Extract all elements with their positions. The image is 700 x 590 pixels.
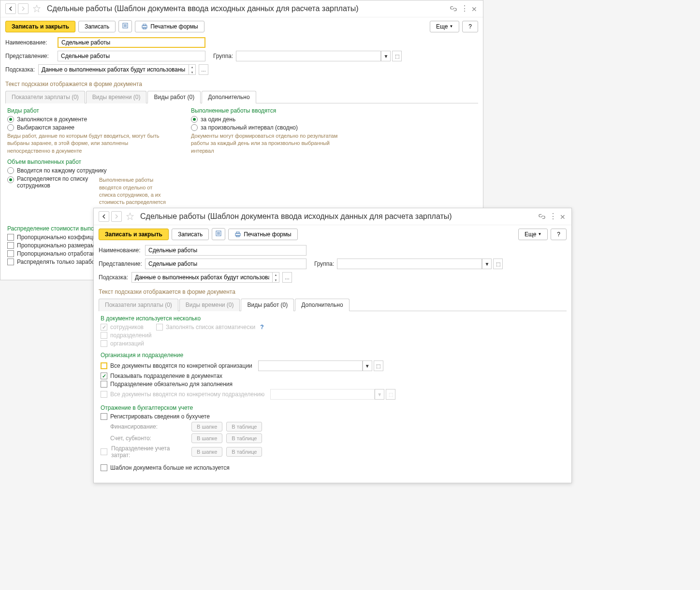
radio-fill-in-doc[interactable] [7,116,14,123]
tab-worktypes[interactable]: Виды работ (0) [147,91,201,103]
check-dept-required[interactable] [101,381,107,388]
btn-deptcost-header[interactable]: В шапке [191,447,222,457]
list-button[interactable] [118,20,132,32]
nav-forward-button-2[interactable] [111,211,122,222]
help-button[interactable]: ? [462,21,478,32]
name-label-2: Наименование: [99,247,142,254]
favorite-icon-2[interactable] [126,212,134,221]
close-icon-2[interactable]: ✕ [560,213,567,220]
print-button-2[interactable]: Печатные формы [228,229,297,240]
save-close-button[interactable]: Записать и закрыть [5,21,75,32]
tab-additional[interactable]: Дополнительно [202,91,256,103]
btn-fin-table[interactable]: В таблице [226,422,262,432]
help-autofill-icon[interactable]: ? [260,324,263,331]
nav-forward-button[interactable] [18,3,29,14]
check-prop-rate[interactable] [7,242,14,249]
check-show-dept[interactable] [101,373,107,379]
group-select-2[interactable] [337,259,482,269]
group-dropdown-button[interactable]: ▼ [381,51,391,61]
tab-worktypes-2[interactable]: Виды работ (0) [241,299,294,311]
spinner-down-2[interactable]: ▼ [273,277,279,283]
check-dist-salary[interactable] [7,259,14,265]
list-button-2[interactable] [212,228,225,240]
save-button[interactable]: Записать [78,21,116,32]
tabs-2: Показатели зарплаты (0) Виды времени (0)… [99,298,567,311]
favorite-icon[interactable] [32,4,41,13]
tab-additional-content: В документе используется несколько сотру… [94,311,571,476]
hint-ellipsis-button[interactable]: … [199,64,208,75]
btn-fin-header[interactable]: В шапке [191,422,222,432]
org-select[interactable] [258,360,363,371]
hint-input[interactable] [39,65,189,74]
radio-interval[interactable] [191,124,198,131]
btn-acc-header[interactable]: В шапке [191,433,222,443]
spinner-up[interactable]: ▲ [189,64,195,70]
menu-icon[interactable]: ⋮ [461,5,467,12]
btn-deptcost-table[interactable]: В таблице [226,447,262,457]
hint-label: Подсказка: [5,66,35,73]
name-label: Наименование: [5,39,55,46]
menu-icon-2[interactable]: ⋮ [549,213,556,220]
check-register-accounting[interactable] [101,413,107,420]
tab-additional-2[interactable]: Дополнительно [295,299,349,311]
check-template-unused[interactable] [101,464,107,471]
window-template-additional: Сдельные работы (Шаблон документа ввода … [93,208,572,483]
check-employees [101,324,107,331]
check-dept-cost [101,448,107,455]
hint-note-2: Текст подсказки отображается в форме док… [94,288,571,298]
link-icon[interactable] [450,5,457,12]
radio-select-before[interactable] [7,124,14,131]
org-open-button[interactable]: ⬚ [374,360,383,371]
group-open-button-2[interactable]: ⬚ [493,259,503,269]
dept-dropdown-button: ▼ [375,389,384,400]
print-button[interactable]: Печатные формы [135,21,204,32]
name-input[interactable] [58,37,205,48]
hint-ellipsis-button-2[interactable]: … [282,272,292,283]
tab-salary-2[interactable]: Показатели зарплаты (0) [99,299,178,311]
repr-label-2: Представление: [99,260,142,267]
btn-acc-table[interactable]: В таблице [226,433,262,443]
radio-per-employee[interactable] [7,167,14,174]
label-financing: Финансирование: [110,423,188,430]
window-header-2: Сдельные работы (Шаблон документа ввода … [94,208,571,225]
check-by-dept [101,391,107,398]
link-icon-2[interactable] [539,213,545,220]
spinner-up-2[interactable]: ▲ [273,272,279,277]
save-close-button-2[interactable]: Записать и закрыть [99,229,169,240]
label-dept-cost: Подразделение учета затрат: [111,445,188,459]
repr-input[interactable] [58,51,205,61]
tab-timetypes[interactable]: Виды времени (0) [86,91,147,103]
label-account: Счет, субконто: [110,435,188,442]
close-icon[interactable]: ✕ [471,5,478,12]
radio-one-day[interactable] [191,116,198,123]
more-button-2[interactable]: Еще▼ [518,229,548,240]
check-by-org[interactable] [101,362,107,369]
org-dropdown-button[interactable]: ▼ [363,360,372,371]
check-prop-coef[interactable] [7,234,14,241]
section-volume-title: Объем выполненных работ [7,158,167,165]
tab-timetypes-2[interactable]: Виды времени (0) [179,299,240,311]
radio-distribute[interactable] [7,176,14,183]
worktypes-hint: Виды работ, данные по которым будут ввод… [7,132,167,155]
dept-open-button: ⬚ [386,389,395,400]
tabs: Показатели зарплаты (0) Виды времени (0)… [5,90,478,103]
dept-select [270,389,375,400]
help-button-2[interactable]: ? [551,229,567,240]
spinner-down[interactable]: ▼ [189,70,195,75]
save-button-2[interactable]: Записать [172,229,209,240]
hint-input-2[interactable] [132,273,272,282]
group-select[interactable] [236,51,381,61]
more-button[interactable]: Еще▼ [430,21,459,32]
nav-back-button[interactable] [5,3,16,14]
works-entered-hint: Документы могут формироваться отдельно п… [191,132,350,155]
nav-back-button-2[interactable] [99,211,109,222]
svg-rect-12 [236,232,239,233]
check-prop-worked[interactable] [7,250,14,257]
section-worktypes-title: Виды работ [7,107,167,114]
group-open-button[interactable]: ⬚ [392,51,402,61]
tab-salary[interactable]: Показатели зарплаты (0) [5,91,85,103]
repr-label: Представление: [5,53,55,59]
name-input-2[interactable] [145,245,306,256]
repr-input-2[interactable] [145,259,306,269]
group-dropdown-button-2[interactable]: ▼ [482,259,492,269]
